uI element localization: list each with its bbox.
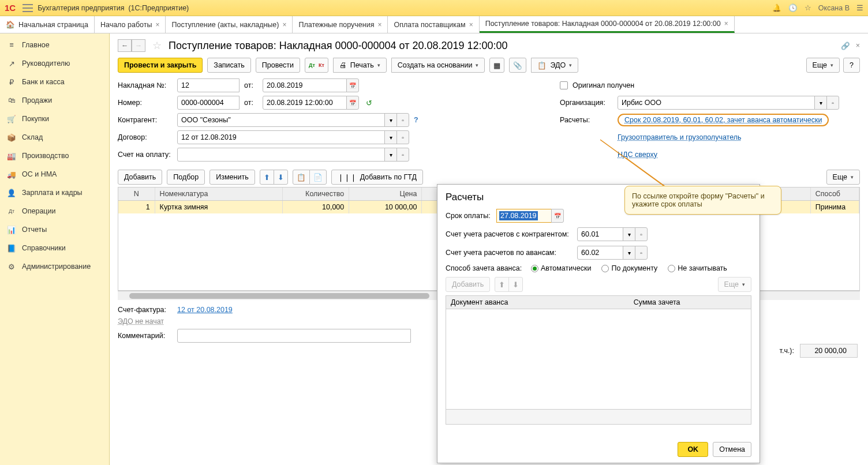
record-button[interactable]: Записать (207, 58, 250, 73)
close-page-icon[interactable]: × (856, 42, 860, 50)
calcs-link[interactable]: Срок 20.08.2019, 60.01, 60.02, зачет ава… (624, 116, 822, 124)
tab-0[interactable]: Начало работы× (95, 16, 166, 33)
sidebar-item-purchases[interactable]: 🛒Покупки (0, 110, 109, 128)
structure-button[interactable]: ▦ (489, 58, 504, 73)
vat-link[interactable]: НДС сверху (618, 151, 657, 159)
sidebar-item-payroll[interactable]: 👤Зарплата и кадры (0, 183, 109, 202)
col-method[interactable]: Способ (810, 187, 859, 201)
print-button[interactable]: 🖨Печать▾ (333, 58, 387, 73)
popup-move-up[interactable]: ⬆ (495, 277, 509, 292)
invoice-fact-link[interactable]: 12 от 20.08.2019 (177, 306, 233, 314)
close-icon[interactable]: × (724, 20, 728, 28)
col-qty[interactable]: Количество (282, 187, 349, 201)
col-n[interactable]: N (118, 187, 155, 201)
popup-add-button[interactable]: Добавить (446, 277, 490, 292)
radio-by-doc[interactable]: По документу (601, 264, 657, 272)
sidebar-item-bank[interactable]: ₽Банк и касса (0, 73, 109, 91)
comment-input[interactable] (177, 329, 411, 343)
invoice-no-input[interactable] (177, 78, 240, 92)
dropdown-icon[interactable]: ▾ (623, 227, 635, 241)
edo-button[interactable]: 📋ЭДО▾ (531, 58, 578, 73)
sidebar-item-refs[interactable]: 📘Справочники (0, 239, 109, 257)
acc1-input[interactable] (577, 227, 623, 241)
calendar-icon[interactable]: 📅 (551, 209, 564, 223)
hamburger-icon[interactable] (23, 4, 33, 12)
tab-1[interactable]: Поступление (акты, накладные)× (166, 16, 293, 33)
counterparty-help[interactable]: ? (414, 116, 418, 124)
open-icon[interactable]: ▫ (396, 148, 409, 162)
close-icon[interactable]: × (377, 21, 381, 29)
counterparty-input[interactable] (177, 113, 385, 127)
user-label[interactable]: Оксана В (818, 4, 850, 12)
popup-ok-button[interactable]: OK (678, 442, 708, 457)
close-icon[interactable]: × (155, 21, 159, 29)
bell-icon[interactable]: 🔔 (772, 3, 781, 12)
open-icon[interactable]: ▫ (396, 130, 409, 144)
datetime-input[interactable] (263, 96, 347, 110)
move-up-button[interactable]: ⬆ (260, 170, 274, 185)
close-icon[interactable]: × (282, 21, 286, 29)
dropdown-icon[interactable]: ▾ (623, 246, 635, 260)
open-icon[interactable]: ▫ (396, 113, 409, 127)
close-icon[interactable]: × (469, 21, 473, 29)
dropdown-icon[interactable]: ▾ (384, 113, 397, 127)
original-received-checkbox[interactable] (560, 81, 568, 89)
create-based-button[interactable]: Создать на основании▾ (391, 58, 485, 73)
sidebar-item-warehouse[interactable]: 📦Склад (0, 128, 109, 147)
move-down-button[interactable]: ⬇ (274, 170, 288, 185)
sidebar-item-main[interactable]: ≡Главное (0, 36, 109, 54)
back-button[interactable]: ← (118, 39, 132, 52)
sidebar-item-manager[interactable]: ↗Руководителю (0, 54, 109, 73)
tab-2[interactable]: Платежные поручения× (293, 16, 388, 33)
star-icon[interactable]: ☆ (805, 3, 811, 12)
more-button[interactable]: Еще▾ (806, 58, 840, 73)
popup-cancel-button[interactable]: Отмена (713, 442, 751, 457)
col-price[interactable]: Цена (349, 187, 422, 201)
tab-3[interactable]: Оплата поставщикам× (388, 16, 479, 33)
col-advance-sum[interactable]: Сумма зачета (629, 296, 751, 309)
favorite-star-icon[interactable]: ☆ (152, 39, 162, 52)
due-date-input[interactable]: 27.08.2019 (496, 209, 552, 223)
open-icon[interactable]: ▫ (635, 227, 648, 241)
tab-home[interactable]: 🏠 Начальная страница (0, 16, 95, 33)
sidebar-item-assets[interactable]: 🚚ОС и НМА (0, 165, 109, 183)
calendar-icon[interactable]: 📅 (346, 78, 359, 92)
dropdown-icon[interactable]: ▾ (384, 130, 397, 144)
sidebar-item-reports[interactable]: 📊Отчеты (0, 220, 109, 239)
popup-move-down[interactable]: ⬇ (508, 277, 523, 292)
col-nomenclature[interactable]: Номенклатура (155, 187, 282, 201)
dtkt-button[interactable]: ДтКт (305, 58, 328, 73)
popup-more-button[interactable]: Еще▾ (718, 277, 751, 292)
shipper-link[interactable]: Грузоотправитель и грузополучатель (618, 133, 742, 141)
sidebar-item-admin[interactable]: ⚙Администрирование (0, 257, 109, 276)
col-advance-doc[interactable]: Документ аванса (446, 296, 629, 309)
edo-status-link[interactable]: ЭДО не начат (118, 317, 164, 325)
sidebar-item-sales[interactable]: 🛍Продажи (0, 91, 109, 110)
sidebar-item-production[interactable]: 🏭Производство (0, 147, 109, 165)
open-icon[interactable]: ▫ (826, 96, 839, 110)
radio-auto[interactable]: Автоматически (531, 264, 591, 272)
org-input[interactable] (618, 96, 815, 110)
copy-button[interactable]: 📋 (293, 170, 310, 185)
post-button[interactable]: Провести (256, 58, 300, 73)
table-more-button[interactable]: Еще▾ (826, 170, 860, 185)
attachment-button[interactable]: 📎 (509, 58, 526, 73)
radio-none[interactable]: Не зачитывать (668, 264, 727, 272)
dropdown-icon[interactable]: ☰ (856, 3, 863, 12)
dropdown-icon[interactable]: ▾ (384, 148, 397, 162)
paste-button[interactable]: 📄 (309, 170, 327, 185)
number-input[interactable] (177, 96, 240, 110)
link-icon[interactable]: 🔗 (841, 42, 850, 50)
select-button[interactable]: Подбор (167, 170, 205, 185)
add-gtd-button[interactable]: ❘❘❘Добавить по ГТД (331, 170, 423, 185)
invoice-date-input[interactable] (263, 78, 347, 92)
calendar-icon[interactable]: 📅 (346, 96, 359, 110)
add-row-button[interactable]: Добавить (118, 170, 162, 185)
help-button[interactable]: ? (843, 58, 860, 73)
dropdown-icon[interactable]: ▾ (814, 96, 827, 110)
change-button[interactable]: Изменить (209, 170, 255, 185)
refresh-icon[interactable]: ↺ (366, 99, 372, 107)
tab-4[interactable]: Поступление товаров: Накладная 0000-0000… (480, 16, 735, 33)
post-and-close-button[interactable]: Провести и закрыть (118, 58, 203, 73)
contract-input[interactable] (177, 130, 385, 144)
